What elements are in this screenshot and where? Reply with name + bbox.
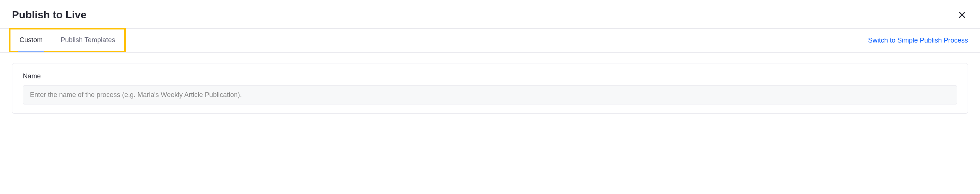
dialog-header: Publish to Live: [0, 0, 980, 29]
publish-dialog: Publish to Live Custom Publish Templates…: [0, 0, 980, 114]
name-label: Name: [23, 73, 957, 80]
form-section: Name: [12, 63, 968, 114]
tabs-highlight: Custom Publish Templates: [9, 28, 126, 52]
dialog-title: Publish to Live: [12, 9, 86, 21]
tabs: Custom Publish Templates: [11, 30, 124, 51]
tab-publish-templates[interactable]: Publish Templates: [52, 30, 124, 51]
switch-simple-link[interactable]: Switch to Simple Publish Process: [868, 36, 980, 44]
subheader: Custom Publish Templates Switch to Simpl…: [0, 29, 980, 53]
close-icon: [958, 11, 967, 19]
close-button[interactable]: [956, 9, 968, 21]
tab-custom[interactable]: Custom: [11, 30, 52, 51]
name-input[interactable]: [23, 85, 957, 104]
